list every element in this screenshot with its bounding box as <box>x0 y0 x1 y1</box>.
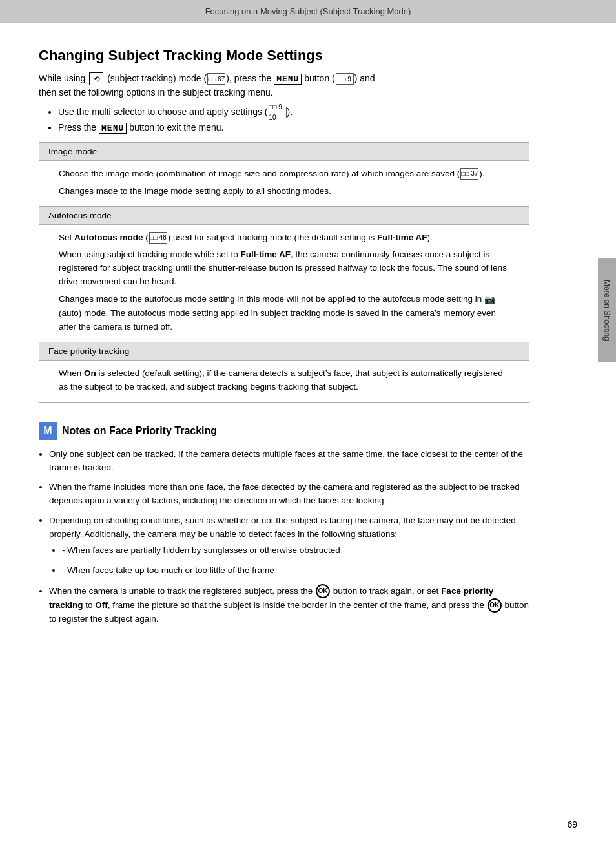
notes-sub-bullets: When faces are partially hidden by sungl… <box>62 544 529 578</box>
header-title: Focusing on a Moving Subject (Subject Tr… <box>205 6 411 16</box>
notes-item-4-middle: button to track again, or set <box>333 586 439 596</box>
subject-tracking-icon <box>89 72 103 85</box>
notes-item-2: When the frame includes more than one fa… <box>49 481 529 508</box>
sub-bullet-2: When faces take up too much or too littl… <box>62 564 529 578</box>
image-mode-text1: Choose the image mode (combination of im… <box>59 167 509 181</box>
notes-item-4-before: When the camera is unable to track the r… <box>49 586 313 596</box>
autofocus-mode-content: Set Autofocus mode (□□ 48) used for subj… <box>39 225 529 342</box>
face-priority-content: When On is selected (default setting), i… <box>39 361 529 402</box>
ref-9: □□ 9 <box>336 73 354 85</box>
autofocus-text3: Changes made to the autofocus mode setti… <box>59 293 509 334</box>
notes-title: M Notes on Face Priority Tracking <box>39 422 529 440</box>
sub-bullet-1: When faces are partially hidden by sungl… <box>62 544 529 558</box>
autofocus-mode-header: Autofocus mode <box>39 207 529 225</box>
full-time-af-bold2: Full-time AF <box>240 249 291 259</box>
notes-item-3: Depending on shooting conditions, such a… <box>49 514 529 578</box>
autofocus-text2: When using subject tracking mode while s… <box>59 248 509 289</box>
on-bold: On <box>84 368 96 378</box>
content-area: Changing Subject Tracking Mode Settings … <box>0 23 568 671</box>
ref-9-10: □□ 9, 10 <box>269 107 287 118</box>
menu-label-2: MENU <box>99 123 127 134</box>
intro-mode-text: (subject tracking) mode ( <box>107 73 207 83</box>
face-priority-text: When On is selected (default setting), i… <box>59 367 509 394</box>
bullet-press-menu: Press the MENU button to exit the menu. <box>58 120 529 136</box>
intro-press-text: ), press the <box>226 73 274 83</box>
notes-section: M Notes on Face Priority Tracking Only o… <box>39 422 529 626</box>
intro-paragraph: While using (subject tracking) mode (□□ … <box>39 72 529 100</box>
intro-and-text: ) and <box>354 73 375 83</box>
off-bold: Off <box>95 600 108 610</box>
notes-bullets-list: Only one subject can be tracked. If the … <box>49 448 529 626</box>
image-mode-text2: Changes made to the image mode setting a… <box>59 185 509 198</box>
notes-title-text: Notes on Face Priority Tracking <box>62 425 217 437</box>
right-tab-text: More on Shooting <box>602 280 611 341</box>
page-number: 69 <box>567 819 577 830</box>
intro-while-using: While using <box>39 73 88 83</box>
bullet2-press: Press the <box>58 122 99 132</box>
notes-item-3-text: Depending on shooting conditions, such a… <box>49 516 516 539</box>
face-priority-header: Face priority tracking <box>39 342 529 361</box>
menu-button-label: MENU <box>274 74 302 85</box>
notes-item-4-after2: , frame the picture so that the subject … <box>108 600 484 610</box>
right-sidebar-tab: More on Shooting <box>598 258 616 362</box>
bullet1-text: Use the multi selector to choose and app… <box>58 107 268 117</box>
notes-icon: M <box>39 422 57 440</box>
notes-item-1: Only one subject can be tracked. If the … <box>49 448 529 475</box>
full-time-af-bold: Full-time AF <box>377 233 427 242</box>
ok-icon-1: OK <box>316 584 330 598</box>
ok-icon-2: OK <box>488 598 502 613</box>
bullet-multi-selector: Use the multi selector to choose and app… <box>58 105 529 119</box>
intro-button-text: button ( <box>302 73 334 83</box>
notes-item-2-text: When the frame includes more than one fa… <box>49 482 520 505</box>
page-title: Changing Subject Tracking Mode Settings <box>39 47 529 64</box>
settings-table: Image mode Choose the image mode (combin… <box>39 142 529 403</box>
autofocus-text1: Set Autofocus mode (□□ 48) used for subj… <box>59 231 509 245</box>
page-header: Focusing on a Moving Subject (Subject Tr… <box>0 0 616 23</box>
notes-item-4: When the camera is unable to track the r… <box>49 584 529 626</box>
camera-auto-icon: 📷 <box>484 293 495 307</box>
image-mode-content: Choose the image mode (combination of im… <box>39 161 529 207</box>
notes-item-4-after1: to <box>85 600 95 610</box>
autofocus-mode-bold: Autofocus mode <box>74 233 143 242</box>
intro-then-text: then set the following options in the su… <box>39 87 273 98</box>
intro-bullets: Use the multi selector to choose and app… <box>58 105 529 136</box>
ref-67: □□ 67 <box>207 73 225 85</box>
notes-item-1-text: Only one subject can be tracked. If the … <box>49 449 523 472</box>
image-mode-header: Image mode <box>39 143 529 161</box>
bullet2-exit: button to exit the menu. <box>127 122 223 132</box>
ref-48: □□ 48 <box>149 232 167 244</box>
ref-37: □□ 37 <box>460 168 478 180</box>
